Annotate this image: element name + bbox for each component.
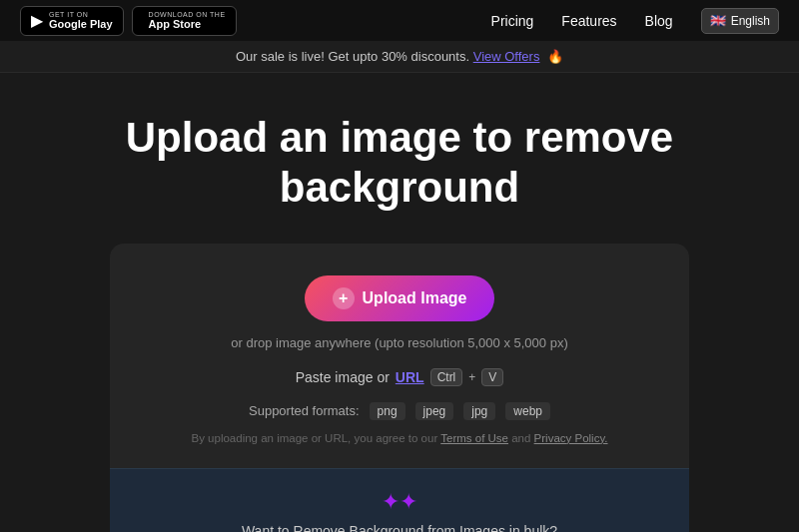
v-key: V bbox=[481, 368, 503, 386]
nav-links: Pricing Features Blog 🇬🇧 English bbox=[491, 8, 779, 34]
url-link[interactable]: URL bbox=[396, 369, 424, 385]
google-play-icon: ▶ bbox=[31, 11, 43, 30]
app-store-download: Download on the bbox=[149, 11, 226, 19]
navbar: ▶ GET IT ON Google Play Download on the … bbox=[0, 0, 799, 41]
upload-card: + Upload Image or drop image anywhere (u… bbox=[110, 244, 689, 532]
legal-text: By uploading an image or URL, you agree … bbox=[150, 432, 649, 444]
terms-link[interactable]: Terms of Use bbox=[440, 432, 508, 444]
fire-icon: 🔥 bbox=[547, 49, 563, 64]
google-play-name: Google Play bbox=[49, 18, 113, 30]
bulk-sparkle-icon: ✦✦ bbox=[150, 489, 649, 515]
language-button[interactable]: 🇬🇧 English bbox=[701, 8, 779, 34]
bulk-section: ✦✦ Want to Remove Background from Images… bbox=[110, 468, 689, 532]
sale-banner: Our sale is live! Get upto 30% discounts… bbox=[0, 41, 799, 73]
upload-image-button[interactable]: + Upload Image bbox=[305, 275, 495, 321]
app-store-button[interactable]: Download on the App Store bbox=[132, 6, 237, 36]
format-jpg: jpg bbox=[463, 402, 495, 420]
drop-hint-text: or drop image anywhere (upto resolution … bbox=[150, 335, 649, 350]
flag-icon: 🇬🇧 bbox=[710, 13, 726, 28]
format-png: png bbox=[370, 402, 405, 420]
upload-main-area: + Upload Image or drop image anywhere (u… bbox=[110, 244, 689, 468]
ctrl-key: Ctrl bbox=[430, 368, 463, 386]
format-webp: webp bbox=[505, 402, 550, 420]
paste-label: Paste image or bbox=[296, 369, 390, 385]
nav-store-buttons: ▶ GET IT ON Google Play Download on the … bbox=[20, 6, 237, 36]
formats-row: Supported formats: png jpeg jpg webp bbox=[150, 402, 649, 420]
google-play-get-it: GET IT ON bbox=[49, 11, 113, 19]
google-play-button[interactable]: ▶ GET IT ON Google Play bbox=[20, 6, 124, 36]
blog-link[interactable]: Blog bbox=[645, 13, 673, 29]
formats-label: Supported formats: bbox=[249, 403, 360, 418]
app-store-name: App Store bbox=[149, 18, 226, 30]
view-offers-link[interactable]: View Offers bbox=[473, 49, 540, 64]
upload-button-label: Upload Image bbox=[363, 289, 467, 307]
paste-row: Paste image or URL Ctrl + V bbox=[150, 368, 649, 386]
language-label: English bbox=[731, 14, 770, 28]
plus-icon: + bbox=[333, 287, 355, 309]
format-jpeg: jpeg bbox=[415, 402, 454, 420]
pricing-link[interactable]: Pricing bbox=[491, 13, 534, 29]
features-link[interactable]: Features bbox=[561, 13, 616, 29]
bulk-description: Want to Remove Background from Images in… bbox=[150, 523, 649, 532]
hero-section: Upload an image to remove background + U… bbox=[0, 73, 799, 532]
privacy-link[interactable]: Privacy Policy. bbox=[534, 432, 608, 444]
sale-text: Our sale is live! Get upto 30% discounts… bbox=[236, 49, 469, 64]
hero-title: Upload an image to remove background bbox=[100, 113, 699, 214]
